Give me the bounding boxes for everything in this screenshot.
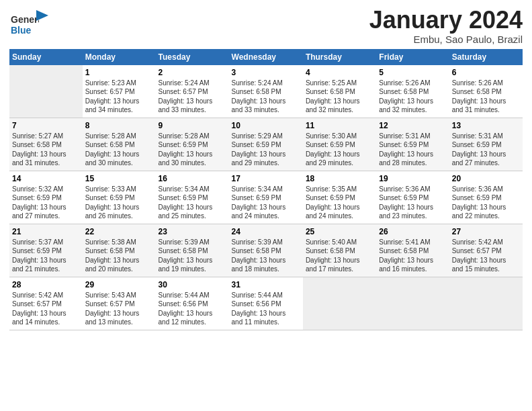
day-info: Sunrise: 5:26 AM Sunset: 6:58 PM Dayligh… (452, 79, 520, 115)
calendar-cell: 31Sunrise: 5:44 AM Sunset: 6:56 PM Dayli… (229, 277, 303, 330)
day-info: Sunrise: 5:38 AM Sunset: 6:58 PM Dayligh… (85, 238, 153, 274)
day-info: Sunrise: 5:33 AM Sunset: 6:59 PM Dayligh… (85, 185, 153, 221)
day-info: Sunrise: 5:39 AM Sunset: 6:58 PM Dayligh… (232, 238, 300, 274)
calendar-cell: 13Sunrise: 5:31 AM Sunset: 6:59 PM Dayli… (449, 118, 523, 171)
svg-marker-3 (36, 10, 48, 21)
day-info: Sunrise: 5:26 AM Sunset: 6:58 PM Dayligh… (379, 79, 446, 115)
day-info: Sunrise: 5:36 AM Sunset: 6:59 PM Dayligh… (379, 185, 446, 221)
day-number: 29 (85, 280, 153, 289)
main-container: General Blue January 2024 Embu, Sao Paul… (0, 0, 532, 336)
day-number: 3 (232, 68, 300, 77)
day-info: Sunrise: 5:35 AM Sunset: 6:59 PM Dayligh… (306, 185, 373, 221)
day-number: 20 (452, 174, 520, 183)
day-info: Sunrise: 5:41 AM Sunset: 6:58 PM Dayligh… (379, 238, 446, 274)
calendar-cell: 8Sunrise: 5:28 AM Sunset: 6:58 PM Daylig… (83, 118, 156, 171)
day-number: 7 (12, 121, 80, 130)
calendar-cell: 29Sunrise: 5:43 AM Sunset: 6:57 PM Dayli… (83, 277, 156, 330)
day-info: Sunrise: 5:34 AM Sunset: 6:59 PM Dayligh… (159, 185, 226, 221)
day-number: 16 (159, 174, 226, 183)
calendar-cell: 3Sunrise: 5:24 AM Sunset: 6:58 PM Daylig… (229, 65, 303, 118)
col-friday: Friday (376, 49, 449, 65)
svg-text:General: General (11, 14, 39, 25)
calendar-cell: 5Sunrise: 5:26 AM Sunset: 6:58 PM Daylig… (376, 65, 449, 118)
day-number: 26 (379, 227, 446, 236)
title-month: January 2024 (369, 7, 523, 34)
day-number: 12 (379, 121, 446, 130)
day-number: 1 (85, 68, 153, 77)
day-info: Sunrise: 5:34 AM Sunset: 6:59 PM Dayligh… (232, 185, 300, 221)
day-number: 27 (452, 227, 520, 236)
calendar-cell (449, 277, 523, 330)
calendar-cell: 1Sunrise: 5:23 AM Sunset: 6:57 PM Daylig… (83, 65, 156, 118)
day-number: 17 (232, 174, 300, 183)
col-tuesday: Tuesday (156, 49, 229, 65)
calendar-cell: 11Sunrise: 5:30 AM Sunset: 6:59 PM Dayli… (303, 118, 376, 171)
col-saturday: Saturday (449, 49, 523, 65)
col-thursday: Thursday (303, 49, 376, 65)
calendar-cell: 24Sunrise: 5:39 AM Sunset: 6:58 PM Dayli… (229, 224, 303, 277)
day-number: 18 (306, 174, 373, 183)
calendar-cell: 28Sunrise: 5:42 AM Sunset: 6:57 PM Dayli… (9, 277, 83, 330)
calendar-cell: 12Sunrise: 5:31 AM Sunset: 6:59 PM Dayli… (376, 118, 449, 171)
calendar-week-2: 7Sunrise: 5:27 AM Sunset: 6:58 PM Daylig… (9, 118, 523, 171)
day-number: 30 (159, 280, 226, 289)
header: General Blue January 2024 Embu, Sao Paul… (9, 7, 523, 45)
col-wednesday: Wednesday (229, 49, 303, 65)
col-monday: Monday (83, 49, 156, 65)
day-number: 8 (85, 121, 153, 130)
logo-icon: General Blue (9, 9, 39, 39)
day-number: 10 (232, 121, 300, 130)
calendar-cell: 30Sunrise: 5:44 AM Sunset: 6:56 PM Dayli… (156, 277, 229, 330)
day-info: Sunrise: 5:39 AM Sunset: 6:58 PM Dayligh… (159, 238, 226, 274)
calendar-cell: 25Sunrise: 5:40 AM Sunset: 6:58 PM Dayli… (303, 224, 376, 277)
calendar-cell: 21Sunrise: 5:37 AM Sunset: 6:59 PM Dayli… (9, 224, 83, 277)
day-info: Sunrise: 5:43 AM Sunset: 6:57 PM Dayligh… (85, 291, 153, 327)
day-info: Sunrise: 5:31 AM Sunset: 6:59 PM Dayligh… (379, 132, 446, 168)
day-info: Sunrise: 5:28 AM Sunset: 6:59 PM Dayligh… (159, 132, 226, 168)
day-info: Sunrise: 5:42 AM Sunset: 6:57 PM Dayligh… (452, 238, 520, 274)
day-number: 24 (232, 227, 300, 236)
calendar-cell: 20Sunrise: 5:36 AM Sunset: 6:59 PM Dayli… (449, 171, 523, 224)
calendar-cell: 15Sunrise: 5:33 AM Sunset: 6:59 PM Dayli… (83, 171, 156, 224)
calendar-cell: 22Sunrise: 5:38 AM Sunset: 6:58 PM Dayli… (83, 224, 156, 277)
title-location: Embu, Sao Paulo, Brazil (369, 34, 523, 45)
day-info: Sunrise: 5:42 AM Sunset: 6:57 PM Dayligh… (12, 291, 80, 327)
day-info: Sunrise: 5:24 AM Sunset: 6:58 PM Dayligh… (232, 79, 300, 115)
day-info: Sunrise: 5:32 AM Sunset: 6:59 PM Dayligh… (12, 185, 80, 221)
day-number: 13 (452, 121, 520, 130)
calendar-cell: 17Sunrise: 5:34 AM Sunset: 6:59 PM Dayli… (229, 171, 303, 224)
calendar-cell: 19Sunrise: 5:36 AM Sunset: 6:59 PM Dayli… (376, 171, 449, 224)
day-info: Sunrise: 5:23 AM Sunset: 6:57 PM Dayligh… (85, 79, 153, 115)
day-number: 22 (85, 227, 153, 236)
day-info: Sunrise: 5:40 AM Sunset: 6:58 PM Dayligh… (306, 238, 373, 274)
day-number: 9 (159, 121, 226, 130)
title-block: January 2024 Embu, Sao Paulo, Brazil (369, 7, 523, 45)
day-number: 6 (452, 68, 520, 77)
calendar-cell: 18Sunrise: 5:35 AM Sunset: 6:59 PM Dayli… (303, 171, 376, 224)
calendar-cell: 9Sunrise: 5:28 AM Sunset: 6:59 PM Daylig… (156, 118, 229, 171)
day-info: Sunrise: 5:36 AM Sunset: 6:59 PM Dayligh… (452, 185, 520, 221)
calendar-cell: 16Sunrise: 5:34 AM Sunset: 6:59 PM Dayli… (156, 171, 229, 224)
logo-arrow (36, 10, 48, 26)
day-number: 5 (379, 68, 446, 77)
day-info: Sunrise: 5:27 AM Sunset: 6:58 PM Dayligh… (12, 132, 80, 168)
day-number: 2 (159, 68, 226, 77)
calendar-cell: 26Sunrise: 5:41 AM Sunset: 6:58 PM Dayli… (376, 224, 449, 277)
calendar-week-1: 1Sunrise: 5:23 AM Sunset: 6:57 PM Daylig… (9, 65, 523, 118)
day-number: 25 (306, 227, 373, 236)
col-sunday: Sunday (9, 49, 83, 65)
day-info: Sunrise: 5:25 AM Sunset: 6:58 PM Dayligh… (306, 79, 373, 115)
day-info: Sunrise: 5:30 AM Sunset: 6:59 PM Dayligh… (306, 132, 373, 168)
day-number: 19 (379, 174, 446, 183)
calendar-cell (376, 277, 449, 330)
day-info: Sunrise: 5:28 AM Sunset: 6:58 PM Dayligh… (85, 132, 153, 168)
day-number: 23 (159, 227, 226, 236)
day-info: Sunrise: 5:44 AM Sunset: 6:56 PM Dayligh… (232, 291, 300, 327)
logo: General Blue (9, 9, 48, 39)
calendar-cell: 14Sunrise: 5:32 AM Sunset: 6:59 PM Dayli… (9, 171, 83, 224)
calendar-cell (303, 277, 376, 330)
day-number: 15 (85, 174, 153, 183)
calendar-week-5: 28Sunrise: 5:42 AM Sunset: 6:57 PM Dayli… (9, 277, 523, 330)
day-number: 28 (12, 280, 80, 289)
calendar-cell: 4Sunrise: 5:25 AM Sunset: 6:58 PM Daylig… (303, 65, 376, 118)
